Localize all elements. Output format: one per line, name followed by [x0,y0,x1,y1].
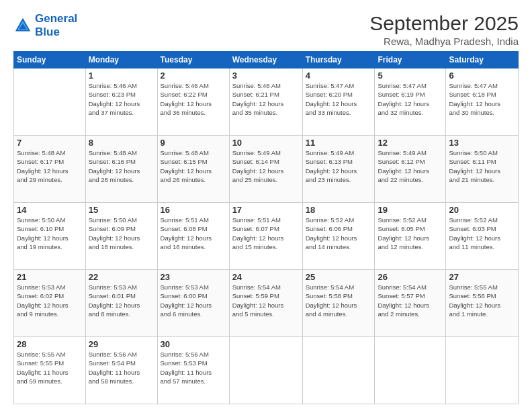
day-number: 3 [232,71,300,81]
day-info: Sunrise: 5:54 AM Sunset: 5:59 PM Dayligh… [232,283,300,318]
calendar-header-wednesday: Wednesday [229,52,302,68]
calendar-header-row: SundayMondayTuesdayWednesdayThursdayFrid… [14,52,519,68]
calendar-cell: 29Sunrise: 5:56 AM Sunset: 5:54 PM Dayli… [85,337,157,404]
day-number: 25 [306,272,372,282]
day-info: Sunrise: 5:55 AM Sunset: 5:56 PM Dayligh… [449,283,515,318]
calendar-cell: 21Sunrise: 5:53 AM Sunset: 6:02 PM Dayli… [14,270,86,337]
day-number: 16 [161,205,226,215]
logo-icon [13,16,32,35]
day-number: 28 [17,339,83,349]
calendar-cell [14,68,86,136]
day-info: Sunrise: 5:55 AM Sunset: 5:55 PM Dayligh… [17,350,83,385]
logo-text: General Blue [35,12,77,40]
day-number: 2 [161,71,226,81]
day-info: Sunrise: 5:48 AM Sunset: 6:17 PM Dayligh… [17,148,83,184]
header: General Blue September 2025 Rewa, Madhya… [13,12,519,47]
calendar-cell: 28Sunrise: 5:55 AM Sunset: 5:55 PM Dayli… [14,337,86,404]
day-number: 9 [161,138,226,148]
day-number: 10 [232,138,300,148]
day-info: Sunrise: 5:52 AM Sunset: 6:06 PM Dayligh… [306,216,372,251]
page-subtitle: Rewa, Madhya Pradesh, India [369,36,519,47]
day-number: 1 [89,71,154,81]
day-number: 22 [89,272,154,282]
calendar-cell: 11Sunrise: 5:49 AM Sunset: 6:13 PM Dayli… [302,136,375,203]
calendar-header-friday: Friday [375,52,446,68]
day-info: Sunrise: 5:49 AM Sunset: 6:12 PM Dayligh… [378,148,443,184]
calendar-week-row: 7Sunrise: 5:48 AM Sunset: 6:17 PM Daylig… [14,136,519,203]
day-info: Sunrise: 5:53 AM Sunset: 6:01 PM Dayligh… [89,283,154,318]
day-info: Sunrise: 5:53 AM Sunset: 6:02 PM Dayligh… [17,283,83,318]
day-number: 23 [161,272,226,282]
day-info: Sunrise: 5:48 AM Sunset: 6:15 PM Dayligh… [161,148,226,184]
logo-line1: General [35,12,77,25]
day-info: Sunrise: 5:52 AM Sunset: 6:05 PM Dayligh… [378,216,443,251]
calendar-table: SundayMondayTuesdayWednesdayThursdayFrid… [13,51,519,404]
calendar-week-row: 14Sunrise: 5:50 AM Sunset: 6:10 PM Dayli… [14,203,519,270]
day-info: Sunrise: 5:51 AM Sunset: 6:08 PM Dayligh… [161,216,226,251]
calendar-cell: 19Sunrise: 5:52 AM Sunset: 6:05 PM Dayli… [375,203,446,270]
day-number: 4 [306,71,372,81]
day-info: Sunrise: 5:54 AM Sunset: 5:58 PM Dayligh… [306,283,372,318]
day-info: Sunrise: 5:47 AM Sunset: 6:18 PM Dayligh… [449,81,515,117]
calendar-cell: 5Sunrise: 5:47 AM Sunset: 6:19 PM Daylig… [375,68,446,136]
calendar-cell [302,337,375,404]
day-info: Sunrise: 5:53 AM Sunset: 6:00 PM Dayligh… [161,283,226,318]
day-info: Sunrise: 5:46 AM Sunset: 6:23 PM Dayligh… [89,81,154,117]
day-info: Sunrise: 5:50 AM Sunset: 6:10 PM Dayligh… [17,216,83,251]
day-number: 27 [449,272,515,282]
calendar-cell: 3Sunrise: 5:46 AM Sunset: 6:21 PM Daylig… [229,68,302,136]
calendar-header-thursday: Thursday [302,52,375,68]
day-info: Sunrise: 5:47 AM Sunset: 6:19 PM Dayligh… [378,81,443,117]
day-number: 21 [17,272,83,282]
calendar-cell: 23Sunrise: 5:53 AM Sunset: 6:00 PM Dayli… [157,270,229,337]
calendar-cell: 10Sunrise: 5:49 AM Sunset: 6:14 PM Dayli… [229,136,302,203]
day-number: 20 [449,205,515,215]
day-info: Sunrise: 5:56 AM Sunset: 5:53 PM Dayligh… [161,350,226,385]
calendar-header-tuesday: Tuesday [157,52,229,68]
day-number: 30 [161,339,226,349]
day-number: 26 [378,272,443,282]
calendar-cell [229,337,302,404]
day-number: 7 [17,138,83,148]
day-number: 24 [232,272,300,282]
calendar-cell: 12Sunrise: 5:49 AM Sunset: 6:12 PM Dayli… [375,136,446,203]
calendar-cell: 22Sunrise: 5:53 AM Sunset: 6:01 PM Dayli… [85,270,157,337]
calendar-week-row: 21Sunrise: 5:53 AM Sunset: 6:02 PM Dayli… [14,270,519,337]
calendar-cell: 2Sunrise: 5:46 AM Sunset: 6:22 PM Daylig… [157,68,229,136]
calendar-cell: 24Sunrise: 5:54 AM Sunset: 5:59 PM Dayli… [229,270,302,337]
calendar-cell: 25Sunrise: 5:54 AM Sunset: 5:58 PM Dayli… [302,270,375,337]
calendar-cell: 14Sunrise: 5:50 AM Sunset: 6:10 PM Dayli… [14,203,86,270]
day-number: 15 [89,205,154,215]
day-info: Sunrise: 5:46 AM Sunset: 6:22 PM Dayligh… [161,81,226,117]
calendar-cell: 9Sunrise: 5:48 AM Sunset: 6:15 PM Daylig… [157,136,229,203]
day-info: Sunrise: 5:54 AM Sunset: 5:57 PM Dayligh… [378,283,443,318]
day-info: Sunrise: 5:50 AM Sunset: 6:09 PM Dayligh… [89,216,154,251]
calendar-cell: 17Sunrise: 5:51 AM Sunset: 6:07 PM Dayli… [229,203,302,270]
day-number: 5 [378,71,443,81]
day-info: Sunrise: 5:51 AM Sunset: 6:07 PM Dayligh… [232,216,300,251]
calendar-cell: 27Sunrise: 5:55 AM Sunset: 5:56 PM Dayli… [446,270,519,337]
calendar-cell: 1Sunrise: 5:46 AM Sunset: 6:23 PM Daylig… [85,68,157,136]
calendar-cell [375,337,446,404]
logo: General Blue [13,12,77,40]
calendar-week-row: 28Sunrise: 5:55 AM Sunset: 5:55 PM Dayli… [14,337,519,404]
calendar-week-row: 1Sunrise: 5:46 AM Sunset: 6:23 PM Daylig… [14,68,519,136]
calendar-header-monday: Monday [85,52,157,68]
page-title: September 2025 [369,12,519,34]
day-number: 17 [232,205,300,215]
day-number: 8 [89,138,154,148]
day-info: Sunrise: 5:49 AM Sunset: 6:13 PM Dayligh… [306,148,372,184]
day-info: Sunrise: 5:46 AM Sunset: 6:21 PM Dayligh… [232,81,300,117]
day-number: 18 [306,205,372,215]
day-number: 29 [89,339,154,349]
calendar-cell: 7Sunrise: 5:48 AM Sunset: 6:17 PM Daylig… [14,136,86,203]
calendar-cell: 13Sunrise: 5:50 AM Sunset: 6:11 PM Dayli… [446,136,519,203]
calendar-cell: 30Sunrise: 5:56 AM Sunset: 5:53 PM Dayli… [157,337,229,404]
calendar-cell: 6Sunrise: 5:47 AM Sunset: 6:18 PM Daylig… [446,68,519,136]
day-info: Sunrise: 5:48 AM Sunset: 6:16 PM Dayligh… [89,148,154,184]
day-info: Sunrise: 5:49 AM Sunset: 6:14 PM Dayligh… [232,148,300,184]
day-number: 19 [378,205,443,215]
day-number: 11 [306,138,372,148]
calendar-cell: 15Sunrise: 5:50 AM Sunset: 6:09 PM Dayli… [85,203,157,270]
day-info: Sunrise: 5:56 AM Sunset: 5:54 PM Dayligh… [89,350,154,385]
